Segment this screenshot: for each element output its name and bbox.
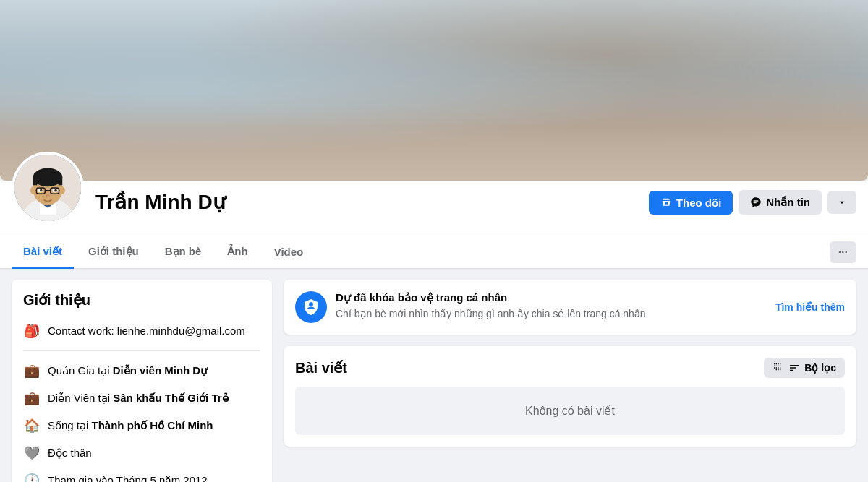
more-actions-button[interactable] xyxy=(827,191,856,214)
right-column: Dự đã khóa bảo vệ trang cá nhân Chỉ bạn … xyxy=(284,280,856,482)
profile-nav: Bài viết Giới thiệu Bạn bè Ảnh Video ··· xyxy=(0,236,868,268)
follow-icon xyxy=(660,197,672,208)
avatar-inner xyxy=(14,155,81,221)
relationship-text: Độc thân xyxy=(48,445,92,460)
filter-icon xyxy=(773,362,784,374)
svg-rect-19 xyxy=(33,177,38,185)
avatar-image xyxy=(14,155,81,221)
profile-name: Trần Minh Dự xyxy=(95,190,637,215)
privacy-learn-more-link[interactable]: Tìm hiểu thêm xyxy=(775,301,845,313)
intro-title: Giới thiệu xyxy=(23,291,260,309)
profile-content: Giới thiệu 🎒 Contact work: lienhe.minhdu… xyxy=(0,268,868,482)
filter-label: Bộ lọc xyxy=(804,362,836,374)
privacy-text: Dự đã khóa bảo vệ trang cá nhân Chỉ bạn … xyxy=(336,291,767,322)
message-button[interactable]: Nhắn tin xyxy=(739,190,822,215)
intro-divider-1 xyxy=(23,350,260,351)
follow-label: Theo dõi xyxy=(676,197,722,209)
cover-photo xyxy=(0,0,868,181)
heart-icon: 🩶 xyxy=(23,445,41,461)
joined-text: Tham gia vào Tháng 5 năm 2012 xyxy=(48,473,208,482)
cover-photo-bg xyxy=(0,0,868,181)
profile-name-area: Trần Minh Dự xyxy=(95,190,637,215)
svg-point-31 xyxy=(30,186,35,194)
briefcase-icon-1: 💼 xyxy=(23,363,41,379)
contact-icon: 🎒 xyxy=(23,323,41,339)
intro-contact: 🎒 Contact work: lienhe.minhdu@gmail.com xyxy=(23,317,260,345)
profile-info-bar: Trần Minh Dự Theo dõi Nhắn tin xyxy=(0,181,868,233)
intro-city: 🏠 Sống tại Thành phố Hồ Chí Minh xyxy=(23,412,260,439)
home-icon: 🏠 xyxy=(23,418,41,434)
intro-actor: 💼 Diễn Viên tại Sân khấu Thế Giới Trẻ xyxy=(23,384,260,412)
actor-text: Diễn Viên tại Sân khấu Thế Giới Trẻ xyxy=(48,390,229,405)
briefcase-icon-2: 💼 xyxy=(23,390,41,406)
profile-page: Trần Minh Dự Theo dõi Nhắn tin xyxy=(0,0,868,482)
privacy-title: Dự đã khóa bảo vệ trang cá nhân xyxy=(336,291,767,304)
tab-friends[interactable]: Bạn bè xyxy=(153,236,213,269)
avatar xyxy=(12,152,84,224)
contact-text: Contact work: lienhe.minhdu@gmail.com xyxy=(48,323,245,338)
intro-joined: 🕐 Tham gia vào Tháng 5 năm 2012 xyxy=(23,467,260,482)
posts-header: Bài viết Bộ lọc xyxy=(295,358,845,378)
svg-point-29 xyxy=(54,189,57,192)
profile-header: Trần Minh Dự Theo dõi Nhắn tin xyxy=(0,181,868,268)
avatar-container xyxy=(12,152,84,224)
no-posts-message: Không có bài viết xyxy=(295,387,845,435)
lock-shield-icon xyxy=(302,298,320,316)
chevron-down-icon xyxy=(836,197,848,208)
manager-text: Quản Gia tại Diễn viên Minh Dự xyxy=(48,363,208,378)
follow-button[interactable]: Theo dõi xyxy=(649,191,733,215)
nav-more-button[interactable]: ··· xyxy=(830,241,856,263)
message-icon xyxy=(750,197,762,208)
privacy-description: Chỉ bạn bè mới nhìn thấy những gì anh ấy… xyxy=(336,307,767,322)
svg-point-28 xyxy=(40,189,43,192)
svg-rect-20 xyxy=(59,177,63,185)
filter-lines-icon xyxy=(788,362,800,374)
privacy-icon-wrap xyxy=(295,291,327,323)
posts-card: Bài viết Bộ lọc Không có bài viết xyxy=(284,346,856,447)
svg-point-30 xyxy=(46,194,50,197)
clock-icon: 🕐 xyxy=(23,473,41,482)
intro-relationship: 🩶 Độc thân xyxy=(23,439,260,467)
intro-manager: 💼 Quản Gia tại Diễn viên Minh Dự xyxy=(23,357,260,384)
profile-actions: Theo dõi Nhắn tin xyxy=(649,190,856,215)
privacy-banner: Dự đã khóa bảo vệ trang cá nhân Chỉ bạn … xyxy=(284,280,856,335)
tab-videos[interactable]: Video xyxy=(263,237,315,269)
message-label: Nhắn tin xyxy=(766,196,810,209)
svg-point-32 xyxy=(60,186,65,194)
tab-photos[interactable]: Ảnh xyxy=(216,236,259,269)
svg-point-18 xyxy=(33,168,62,186)
left-column: Giới thiệu 🎒 Contact work: lienhe.minhdu… xyxy=(12,280,272,482)
tab-about[interactable]: Giới thiệu xyxy=(77,236,150,269)
intro-card: Giới thiệu 🎒 Contact work: lienhe.minhdu… xyxy=(12,280,272,482)
posts-title: Bài viết xyxy=(295,359,347,376)
tab-posts[interactable]: Bài viết xyxy=(12,236,74,269)
filter-button[interactable]: Bộ lọc xyxy=(764,358,845,378)
city-text: Sống tại Thành phố Hồ Chí Minh xyxy=(48,418,213,433)
